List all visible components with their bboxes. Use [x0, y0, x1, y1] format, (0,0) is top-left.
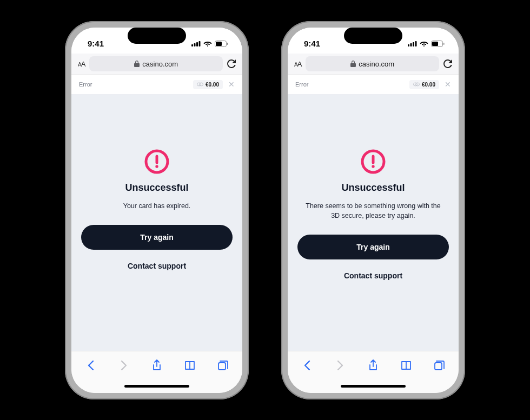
svg-rect-16: [415, 41, 417, 46]
svg-rect-5: [216, 42, 222, 46]
url-field[interactable]: casino.com: [89, 56, 223, 71]
svg-rect-0: [191, 44, 193, 46]
try-again-button[interactable]: Try again: [81, 225, 233, 250]
text-size-button[interactable]: AA: [294, 60, 301, 68]
forward-button[interactable]: [115, 361, 133, 370]
svg-rect-2: [196, 42, 198, 46]
svg-rect-3: [199, 41, 201, 46]
device-screen: 9:41 AA casino.com Error €0.00 ✕: [71, 28, 242, 393]
home-indicator: [71, 380, 242, 393]
cellular-icon: [408, 41, 417, 46]
tabs-button[interactable]: [214, 360, 232, 371]
svg-rect-6: [227, 43, 228, 45]
device-notch: [128, 28, 186, 44]
balance-value: €0.00: [206, 82, 219, 88]
try-again-button[interactable]: Try again: [297, 235, 449, 259]
svg-rect-18: [432, 42, 438, 46]
lock-icon: [350, 61, 356, 67]
browser-toolbar: [71, 351, 242, 380]
error-title: Unsuccessful: [125, 182, 188, 194]
browser-toolbar: [288, 351, 459, 380]
svg-rect-19: [443, 43, 445, 45]
status-time: 9:41: [88, 39, 104, 48]
svg-rect-13: [408, 44, 409, 46]
svg-point-24: [372, 165, 374, 168]
url-text: casino.com: [359, 60, 394, 68]
url-field[interactable]: casino.com: [306, 56, 439, 71]
back-button[interactable]: [298, 361, 316, 370]
svg-rect-1: [194, 43, 196, 46]
svg-rect-15: [413, 42, 414, 46]
home-indicator: [288, 380, 459, 393]
back-button[interactable]: [82, 361, 100, 370]
coin-icon: [413, 82, 420, 87]
header-title: Error: [295, 81, 308, 88]
forward-button[interactable]: [331, 361, 349, 370]
app-header: Error €0.00 ✕: [71, 75, 242, 95]
lock-icon: [134, 61, 140, 67]
tabs-button[interactable]: [430, 360, 448, 371]
error-panel: Unsuccessful Your card has expired. Try …: [71, 95, 242, 351]
url-text: casino.com: [142, 60, 178, 68]
error-message: There seems to be something wrong with t…: [297, 201, 449, 221]
status-time: 9:41: [304, 39, 320, 48]
battery-icon: [431, 41, 445, 47]
reload-icon[interactable]: [227, 59, 236, 68]
contact-support-button[interactable]: Contact support: [128, 262, 186, 270]
alert-circle-icon: [360, 149, 386, 175]
close-icon[interactable]: ✕: [445, 80, 451, 89]
coin-icon: [197, 82, 203, 87]
contact-support-button[interactable]: Contact support: [344, 271, 402, 280]
balance-chip[interactable]: €0.00: [193, 80, 223, 89]
share-button[interactable]: [148, 359, 166, 371]
text-size-button[interactable]: AA: [78, 60, 85, 68]
battery-icon: [215, 41, 228, 47]
svg-rect-12: [218, 363, 226, 370]
status-indicators: [191, 41, 228, 47]
device-notch: [344, 28, 402, 44]
error-panel: Unsuccessful There seems to be something…: [288, 95, 459, 351]
phone-mockup: 9:41 AA casino.com Error €0.00 ✕: [65, 21, 249, 399]
svg-point-11: [155, 165, 158, 168]
bookmarks-button[interactable]: [397, 361, 415, 370]
app-header: Error €0.00 ✕: [288, 75, 459, 95]
wifi-icon: [203, 41, 212, 46]
close-icon[interactable]: ✕: [228, 80, 235, 89]
header-title: Error: [79, 81, 92, 88]
error-title: Unsuccessful: [341, 182, 405, 194]
alert-circle-icon: [144, 149, 170, 175]
device-screen: 9:41 AA casino.com Error €0.00 ✕: [288, 28, 459, 393]
status-indicators: [408, 41, 445, 47]
svg-rect-25: [435, 363, 442, 370]
error-message: Your card has expired.: [118, 201, 196, 211]
cellular-icon: [191, 41, 201, 46]
share-button[interactable]: [364, 359, 382, 371]
reload-icon[interactable]: [443, 59, 452, 68]
browser-address-bar: AA casino.com: [288, 54, 459, 75]
browser-address-bar: AA casino.com: [71, 54, 242, 75]
balance-value: €0.00: [422, 82, 435, 88]
balance-chip[interactable]: €0.00: [409, 80, 439, 89]
wifi-icon: [420, 41, 428, 46]
bookmarks-button[interactable]: [181, 361, 199, 370]
phone-mockup: 9:41 AA casino.com Error €0.00 ✕: [281, 21, 465, 399]
svg-rect-14: [410, 43, 412, 46]
